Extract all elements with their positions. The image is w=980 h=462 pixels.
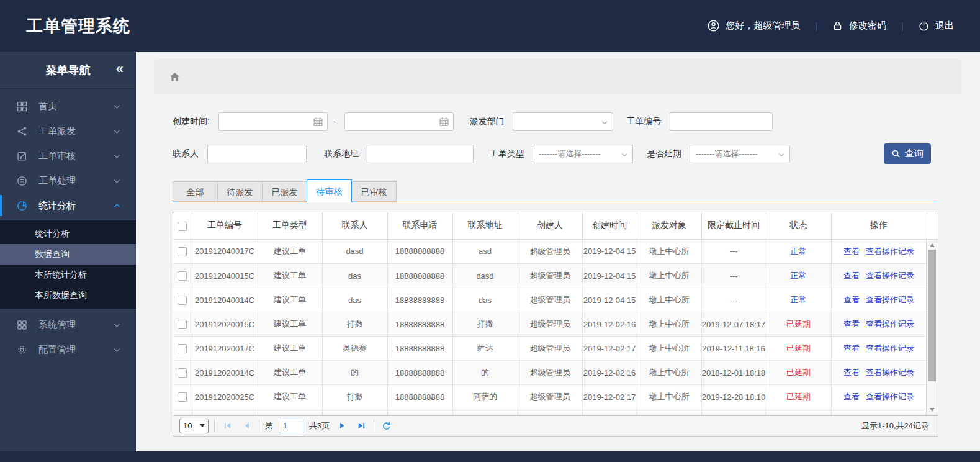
home-icon[interactable] xyxy=(168,70,181,83)
view-operation-log-link[interactable]: 查看操作记录 xyxy=(866,319,914,328)
scroll-up-icon[interactable] xyxy=(927,241,938,250)
search-button[interactable]: 查询 xyxy=(884,143,931,164)
collapse-sidebar-icon[interactable]: « xyxy=(116,60,122,76)
top-header: 工单管理系统 您好，超级管理员 | 修改密码 | xyxy=(0,0,980,52)
sidebar-item-home[interactable]: 首页 xyxy=(0,94,136,119)
first-page-button[interactable] xyxy=(220,419,234,433)
row-checkbox[interactable] xyxy=(178,392,187,402)
table-cell: 2019-12-04 15 xyxy=(582,240,637,264)
tab-reviewed[interactable]: 已审核 xyxy=(351,181,397,202)
tab-all[interactable]: 全部 xyxy=(173,181,218,202)
next-page-button[interactable] xyxy=(335,419,349,433)
table-cell xyxy=(452,409,518,415)
table-cell: 201912020015C xyxy=(192,312,258,337)
order-no-input[interactable] xyxy=(670,113,772,130)
table-cell: 建议工单 xyxy=(258,361,322,385)
sidebar-item-review[interactable]: 工单审核 xyxy=(0,143,136,168)
table-cell: 超级管理员 xyxy=(518,288,582,312)
view-operation-log-link[interactable]: 查看操作记录 xyxy=(866,295,914,304)
calendar-icon[interactable] xyxy=(313,116,323,127)
page-number-input[interactable] xyxy=(279,419,303,433)
table-cell: 的 xyxy=(322,361,387,385)
tab-pending-dispatch[interactable]: 待派发 xyxy=(217,181,263,202)
grid-icon xyxy=(17,320,29,330)
sidebar-item-label: 工单审核 xyxy=(38,150,76,162)
sidebar-item-config[interactable]: 配置管理 xyxy=(0,337,136,362)
view-link[interactable]: 查看 xyxy=(843,295,860,304)
table-cell: 萨达 xyxy=(452,337,518,361)
search-button-label: 查询 xyxy=(905,148,924,160)
table-cell: 2019-12-04 15 xyxy=(582,264,637,288)
view-operation-log-link[interactable]: 查看操作记录 xyxy=(866,368,914,377)
header-actions: 您好，超级管理员 | 修改密码 | 退出 xyxy=(708,20,954,32)
table-cell: 阿萨的 xyxy=(452,385,518,409)
row-checkbox[interactable] xyxy=(178,368,187,378)
table-cell: 201912020017C xyxy=(192,337,258,361)
view-link[interactable]: 查看 xyxy=(843,271,860,280)
view-operation-log-link[interactable]: 查看操作记录 xyxy=(866,271,914,280)
view-link[interactable]: 查看 xyxy=(843,319,860,328)
sidebar-menu: 首页 工单派发 xyxy=(0,89,136,362)
address-input[interactable] xyxy=(367,145,473,163)
change-password-button[interactable]: 修改密码 xyxy=(832,20,886,32)
row-checkbox[interactable] xyxy=(178,271,187,281)
tab-pending-review[interactable]: 待审核 xyxy=(307,179,352,202)
row-checkbox[interactable] xyxy=(178,296,187,305)
row-checkbox[interactable] xyxy=(178,247,187,256)
create-time-label: 创建时间: xyxy=(173,116,210,127)
select-all-checkbox[interactable] xyxy=(178,222,187,231)
submenu-item-local-statistics[interactable]: 本所统计分析 xyxy=(0,265,136,285)
header-separator: | xyxy=(815,20,817,31)
contact-input[interactable] xyxy=(208,145,306,163)
pagination-bar: 10 第 共3页 xyxy=(173,416,938,437)
calendar-icon[interactable] xyxy=(439,116,449,127)
scroll-down-icon[interactable] xyxy=(927,405,938,414)
submenu-item-data-query[interactable]: 数据查询 xyxy=(0,244,136,265)
sidebar-item-process[interactable]: 工单处理 xyxy=(0,168,136,193)
sidebar-item-statistics[interactable]: 统计分析 xyxy=(0,193,136,218)
row-select-cell xyxy=(173,264,192,288)
row-checkbox[interactable] xyxy=(178,320,187,329)
view-operation-log-link[interactable]: 查看操作记录 xyxy=(866,392,914,401)
page-size-select[interactable]: 10 xyxy=(179,419,209,433)
refresh-icon[interactable] xyxy=(380,419,393,433)
table-row: 201912020015C建议工单打撒18888888888打撒超级管理员201… xyxy=(173,312,927,337)
orders-table: 工单编号 工单类型 联系人 联系电话 联系地址 创建人 创建时间 派发对象 限定… xyxy=(173,212,938,416)
row-checkbox[interactable] xyxy=(178,344,187,353)
dispatch-dept-select[interactable] xyxy=(513,112,613,131)
logout-label: 退出 xyxy=(935,20,954,32)
user-greeting[interactable]: 您好，超级管理员 xyxy=(708,20,800,32)
column-header: 派发对象 xyxy=(637,212,701,239)
create-time-from-input[interactable] xyxy=(219,113,327,130)
submenu-item-statistics-analysis[interactable]: 统计分析 xyxy=(0,224,136,244)
scrollbar-thumb[interactable] xyxy=(928,250,936,381)
view-link[interactable]: 查看 xyxy=(843,368,860,377)
last-page-button[interactable] xyxy=(354,419,368,433)
logout-button[interactable]: 退出 xyxy=(919,20,954,32)
table-row: 201912020014C建议工单的18888888888的超级管理员2019-… xyxy=(173,361,927,385)
sidebar-item-dispatch[interactable]: 工单派发 xyxy=(0,119,136,143)
prev-page-button[interactable] xyxy=(240,419,253,433)
pie-chart-icon xyxy=(17,201,29,211)
view-operation-log-link[interactable]: 查看操作记录 xyxy=(866,343,914,353)
tab-dispatched[interactable]: 已派发 xyxy=(262,181,307,202)
table-cell: 18888888888 xyxy=(387,288,452,312)
submenu-item-local-data-query[interactable]: 本所数据查询 xyxy=(0,285,136,306)
view-link[interactable]: 查看 xyxy=(843,343,860,353)
view-link[interactable]: 查看 xyxy=(843,392,860,401)
view-operation-log-link[interactable]: 查看操作记录 xyxy=(866,247,914,256)
view-link[interactable]: 查看 xyxy=(843,247,860,256)
column-header: 联系电话 xyxy=(387,212,452,239)
order-type-select[interactable]: -------请选择------- xyxy=(533,145,633,163)
gear-icon xyxy=(17,345,29,355)
pager-divider xyxy=(374,420,374,432)
table-cell xyxy=(518,409,582,415)
delay-select[interactable]: -------请选择------- xyxy=(690,145,790,163)
table-cell: 2019-12-02 17 xyxy=(582,337,637,361)
table-scrollbar[interactable] xyxy=(926,240,938,415)
row-actions-cell: 查看查看操作记录 xyxy=(831,312,927,337)
sidebar-item-system[interactable]: 系统管理 xyxy=(0,312,136,337)
status-badge: 正常 xyxy=(766,240,831,264)
table-cell xyxy=(322,409,387,415)
create-time-to-input[interactable] xyxy=(345,113,453,130)
